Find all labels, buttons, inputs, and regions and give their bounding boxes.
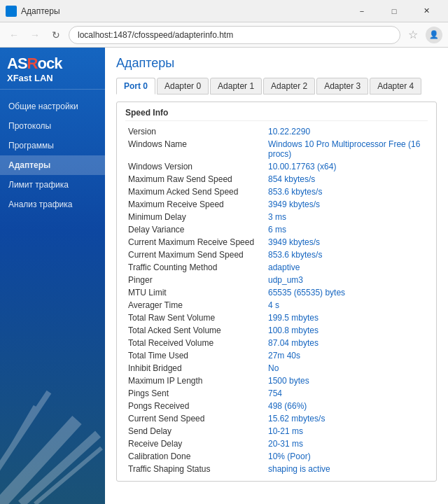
row-label: Windows Version [125,160,265,173]
table-row: Current Maximum Send Speed853.6 kbytes/s [125,248,428,261]
table-row: Inhibit BridgedNo [125,362,428,374]
row-value: 20-31 ms [265,438,428,450]
row-value: No [265,362,428,374]
tab-adapter3[interactable]: Adapter 3 [316,78,368,94]
window-controls: − □ ✕ [346,0,442,22]
row-value: adaptive [265,261,428,274]
minimize-button[interactable]: − [346,0,378,22]
section-title: Speed Info [125,108,428,121]
row-label: Pings Sent [125,387,265,400]
table-row: Receive Delay20-31 ms [125,438,428,450]
sidebar: ASRock XFast LAN Общие настройки Протоко… [0,48,105,504]
row-value: 10% (Poor) [265,450,428,463]
forward-button[interactable]: → [27,27,43,43]
row-label: Windows Name [125,138,265,160]
row-value: 10.22.2290 [265,125,428,138]
sidebar-item-general[interactable]: Общие настройки [0,97,105,116]
table-row: Version10.22.2290 [125,125,428,138]
sidebar-item-traffic-analysis[interactable]: Анализ трафика [0,195,105,214]
app-icon [6,6,17,17]
logo-sub: XFast LAN [7,73,98,83]
row-label: Pinger [125,274,265,286]
row-value: 854 kbytes/s [265,173,428,186]
row-value: 199.5 mbytes [265,312,428,324]
row-value: 6 ms [265,223,428,236]
sidebar-nav: Общие настройки Протоколы Программы Адап… [0,90,105,221]
address-bar: ← → ↻ ☆ 👤 [0,22,448,48]
table-row: Delay Variance6 ms [125,223,428,236]
row-value: 3949 kbytes/s [265,236,428,248]
row-label: Pongs Received [125,400,265,412]
info-table: Version10.22.2290Windows NameWindows 10 … [125,125,428,475]
table-row: Minimum Delay3 ms [125,211,428,223]
back-button[interactable]: ← [6,27,22,43]
table-row: Total Acked Sent Volume100.8 mbytes [125,324,428,337]
table-row: Current Send Speed15.62 mbytes/s [125,412,428,425]
table-row: Maximum Receive Speed3949 kbytes/s [125,198,428,211]
row-value: 853.6 kbytes/s [265,248,428,261]
sidebar-item-programs[interactable]: Программы [0,136,105,155]
maximize-button[interactable]: □ [378,0,410,22]
row-value: Windows 10 Pro Multiprocessor Free (16 p… [265,138,428,160]
row-label: Total Time Used [125,349,265,362]
refresh-button[interactable]: ↻ [48,27,64,43]
row-label: Traffic Shaping Status [125,463,265,475]
table-row: MTU Limit65535 (65535) bytes [125,286,428,299]
table-row: Total Received Volume87.04 mbytes [125,337,428,349]
sidebar-decoration [0,378,105,504]
table-row: Averager Time4 s [125,299,428,312]
row-label: Current Maximum Send Speed [125,248,265,261]
title-bar: Адаптеры − □ ✕ [0,0,448,22]
table-row: Maximum IP Length1500 bytes [125,374,428,387]
row-value: 65535 (65535) bytes [265,286,428,299]
table-row: Pongs Received498 (66%) [125,400,428,412]
row-value: 1500 bytes [265,374,428,387]
window-title: Адаптеры [21,6,346,16]
table-row: Traffic Counting Methodadaptive [125,261,428,274]
table-row: Windows Version10.00.17763 (x64) [125,160,428,173]
close-button[interactable]: ✕ [410,0,442,22]
table-row: Pings Sent754 [125,387,428,400]
row-label: Inhibit Bridged [125,362,265,374]
bookmark-button[interactable]: ☆ [405,27,421,43]
tab-adapter4[interactable]: Adapter 4 [370,78,421,94]
row-value: udp_um3 [265,274,428,286]
row-label: Minimum Delay [125,211,265,223]
sidebar-item-traffic-limit[interactable]: Лимит трафика [0,175,105,195]
row-label: Traffic Counting Method [125,261,265,274]
row-value: 4 s [265,299,428,312]
sidebar-item-adapters[interactable]: Адаптеры [0,155,105,175]
content-area: Адаптеры Port 0 Adapter 0 Adapter 1 Adap… [105,48,448,504]
table-row: Total Time Used27m 40s [125,349,428,362]
profile-button[interactable]: 👤 [426,27,442,43]
table-row: Windows NameWindows 10 Pro Multiprocesso… [125,138,428,160]
row-label: Averager Time [125,299,265,312]
main-layout: ASRock XFast LAN Общие настройки Протоко… [0,48,448,504]
table-row: Current Maximum Receive Speed3949 kbytes… [125,236,428,248]
sidebar-logo: ASRock XFast LAN [0,48,105,90]
row-value: 100.8 mbytes [265,324,428,337]
table-row: Traffic Shaping Statusshaping is active [125,463,428,475]
tab-adapter2[interactable]: Adapter 2 [263,78,315,94]
row-label: Version [125,125,265,138]
row-label: Maximum Acked Send Speed [125,186,265,198]
table-row: Maximum Raw Send Speed854 kbytes/s [125,173,428,186]
row-value: 498 (66%) [265,400,428,412]
tab-adapter1[interactable]: Adapter 1 [210,78,262,94]
tab-port0[interactable]: Port 0 [116,78,155,94]
row-label: Maximum IP Length [125,374,265,387]
row-value: 87.04 mbytes [265,337,428,349]
row-label: Send Delay [125,425,265,438]
row-label: Total Raw Sent Volume [125,312,265,324]
row-label: Delay Variance [125,223,265,236]
speed-info-section: Speed Info Version10.22.2290Windows Name… [116,102,437,482]
row-label: Total Received Volume [125,337,265,349]
tab-bar: Port 0 Adapter 0 Adapter 1 Adapter 2 Ada… [116,78,437,94]
row-label: Maximum Receive Speed [125,198,265,211]
sidebar-item-protocols[interactable]: Протоколы [0,116,105,136]
row-value: 27m 40s [265,349,428,362]
row-value: 3949 kbytes/s [265,198,428,211]
table-row: Calibration Done10% (Poor) [125,450,428,463]
url-input[interactable] [69,26,400,44]
tab-adapter0[interactable]: Adapter 0 [157,78,209,94]
